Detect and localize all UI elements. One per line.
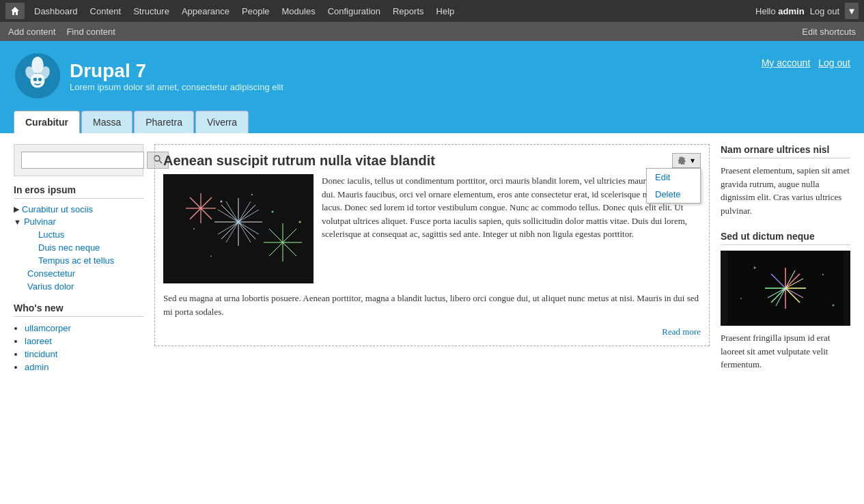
svg-point-6 <box>38 78 42 81</box>
article-node: Aenean suscipit rutrum nulla vitae bland… <box>154 144 710 346</box>
read-more-link[interactable]: Read more <box>662 326 701 337</box>
nav-configuration[interactable]: Configuration <box>322 3 386 19</box>
nav-tab-massa[interactable]: Massa <box>81 111 133 133</box>
content-area: Aenean suscipit rutrum nulla vitae bland… <box>154 144 710 385</box>
add-content-shortcut[interactable]: Add content <box>8 27 55 37</box>
article-body-text: Donec iaculis, tellus ut condimentum por… <box>322 174 701 283</box>
right-block-2-text: Praesent fringilla ipsum id erat laoreet… <box>721 331 850 372</box>
site-name-block: Drupal 7 Lorem ipsum dolor sit amet, con… <box>70 60 283 92</box>
new-user-link-laoreet[interactable]: laoreet <box>25 336 52 346</box>
nav-dashboard[interactable]: Dashboard <box>29 3 83 19</box>
main-layout: In eros ipsum ▶ Curabitur ut sociis ▼ Pu… <box>0 133 864 396</box>
nav-people[interactable]: People <box>236 3 275 19</box>
svg-point-63 <box>754 267 756 269</box>
admin-toolbar: Dashboard Content Structure Appearance P… <box>0 0 864 22</box>
in-eros-ipsum-block: In eros ipsum ▶ Curabitur ut sociis ▼ Pu… <box>14 184 143 292</box>
home-icon <box>10 6 20 16</box>
main-navigation: Curabitur Massa Pharetra Viverra <box>14 111 850 133</box>
admin-username: admin <box>778 6 804 16</box>
menu-link-curabitur[interactable]: Curabitur ut sociis <box>22 204 93 214</box>
new-user-ullamcorper: ullamcorper <box>25 322 143 333</box>
admin-toolbar-right: Hello admin Log out ▼ <box>755 3 859 19</box>
nav-tab-curabitur[interactable]: Curabitur <box>14 111 80 133</box>
menu-link-tempus[interactable]: Tempus ac et tellus <box>38 255 114 266</box>
menu-item-varius: Varius dolor <box>14 281 143 292</box>
svg-point-5 <box>33 78 37 81</box>
edit-shortcuts-link[interactable]: Edit shortcuts <box>802 27 856 37</box>
nav-appearance[interactable]: Appearance <box>176 3 235 19</box>
svg-point-44 <box>251 194 253 195</box>
article-title: Aenean suscipit rutrum nulla vitae bland… <box>163 153 672 169</box>
menu-link-duis[interactable]: Duis nec neque <box>38 242 100 253</box>
search-input[interactable] <box>21 152 144 169</box>
nav-tab-pharetra[interactable]: Pharetra <box>134 111 194 133</box>
node-actions-button[interactable]: ▾ <box>672 153 701 168</box>
menu-item-consectetur: Consectetur <box>14 268 143 279</box>
submenu-pulvinar: Luctus Duis nec neque Tempus ac et tellu… <box>14 229 143 266</box>
right-block-1-text: Praesent elementum, sapien sit amet grav… <box>721 164 850 217</box>
right-block-2-title: Sed ut dictum neque <box>721 231 850 245</box>
right-block-1: Nam ornare ultrices nisl Praesent elemen… <box>721 144 850 217</box>
arrow-right-icon: ▶ <box>14 205 19 214</box>
whos-new-title: Who's new <box>14 303 143 317</box>
gear-icon <box>678 156 688 165</box>
left-sidebar: In eros ipsum ▶ Curabitur ut sociis ▼ Pu… <box>14 144 143 385</box>
nav-modules[interactable]: Modules <box>277 3 321 19</box>
menu-link-varius[interactable]: Varius dolor <box>27 281 74 292</box>
menu-link-consectetur[interactable]: Consectetur <box>27 268 75 279</box>
new-user-link-ullamcorper[interactable]: ullamcorper <box>25 323 71 333</box>
right-block-2: Sed ut dictum neque <box>721 231 850 372</box>
node-header: Aenean suscipit rutrum nulla vitae bland… <box>163 153 701 169</box>
my-account-link[interactable]: My account <box>762 57 811 68</box>
search-block <box>14 144 143 176</box>
site-name: Drupal 7 <box>70 60 283 82</box>
node-actions: ▾ Edit Delete <box>672 153 701 168</box>
new-user-link-tincidunt[interactable]: tincidunt <box>25 349 57 359</box>
svg-point-64 <box>822 274 824 275</box>
whos-new-block: Who's new ullamcorper laoreet tincidunt … <box>14 303 143 372</box>
svg-point-65 <box>833 305 835 307</box>
search-row <box>21 152 136 169</box>
menu-link-pulvinar[interactable]: Pulvinar <box>24 216 56 227</box>
site-slogan: Lorem ipsum dolor sit amet, consectetur … <box>70 82 283 92</box>
read-more-row: Read more <box>163 326 701 337</box>
header-brand: Drupal 7 Lorem ipsum dolor sit amet, con… <box>14 52 283 100</box>
nav-tab-viverra[interactable]: Viverra <box>195 111 249 133</box>
shortcuts-bar: Add content Find content Edit shortcuts <box>0 22 864 41</box>
nav-help[interactable]: Help <box>431 3 460 19</box>
article-full-text: Sed eu magna at urna lobortis posuere. A… <box>163 292 701 318</box>
svg-point-46 <box>193 228 195 229</box>
admin-toolbar-left: Dashboard Content Structure Appearance P… <box>5 3 755 19</box>
right-block-fireworks-svg <box>721 251 850 326</box>
right-sidebar: Nam ornare ultrices nisl Praesent elemen… <box>721 144 850 385</box>
svg-point-43 <box>221 201 223 203</box>
menu-item-duis: Duis nec neque <box>14 242 143 253</box>
edit-action[interactable]: Edit <box>647 169 700 186</box>
nav-structure[interactable]: Structure <box>128 3 175 19</box>
menu-item-pulvinar: ▼ Pulvinar Luctus Duis nec neque Tempus … <box>14 216 143 266</box>
new-user-admin: admin <box>25 361 143 372</box>
drupal-logo <box>14 52 61 100</box>
logout-link[interactable]: Log out <box>810 6 839 16</box>
right-block-1-title: Nam ornare ultrices nisl <box>721 144 850 158</box>
nav-reports[interactable]: Reports <box>387 3 430 19</box>
header-logout-link[interactable]: Log out <box>818 57 850 68</box>
svg-point-48 <box>210 255 212 257</box>
fireworks-svg <box>163 174 313 283</box>
svg-point-4 <box>31 74 45 88</box>
article-image <box>163 174 313 283</box>
svg-point-47 <box>299 221 301 223</box>
find-content-shortcut[interactable]: Find content <box>66 27 115 37</box>
menu-link-luctus[interactable]: Luctus <box>38 229 64 240</box>
node-body: Donec iaculis, tellus ut condimentum por… <box>163 174 701 283</box>
svg-point-45 <box>272 211 274 213</box>
home-button[interactable] <box>5 3 25 19</box>
toolbar-arrow-button[interactable]: ▼ <box>845 3 859 19</box>
new-user-tincidunt: tincidunt <box>25 348 143 359</box>
new-user-link-admin[interactable]: admin <box>25 362 48 372</box>
delete-action[interactable]: Delete <box>647 186 700 203</box>
sidebar-menu: ▶ Curabitur ut sociis ▼ Pulvinar Luctus <box>14 204 143 292</box>
nav-content[interactable]: Content <box>85 3 127 19</box>
hello-label: Hello admin <box>755 6 805 16</box>
menu-item-curabitur: ▶ Curabitur ut sociis <box>14 204 143 214</box>
